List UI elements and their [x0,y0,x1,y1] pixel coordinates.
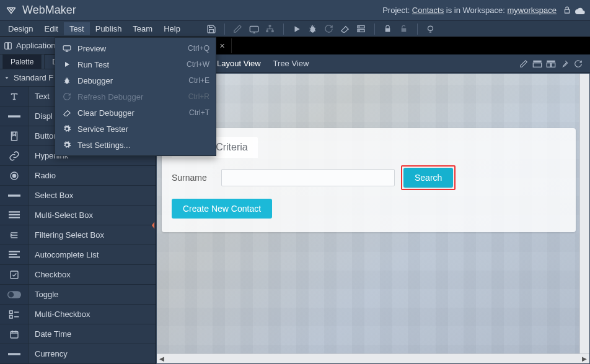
server-icon[interactable] [354,22,368,36]
filter-icon [0,225,29,245]
palette-item-label: Filtering Select Box [29,225,156,245]
menu-team[interactable]: Team [127,22,158,35]
palette-item-multi-select-box[interactable]: Multi-Select Box [0,206,156,225]
palette-item-checkbox[interactable]: Checkbox [0,265,156,285]
toggle-icon [0,285,29,304]
vb-brush-icon[interactable] [558,58,571,70]
menu-item-run-test[interactable]: Run TestCtrl+W [55,56,216,72]
currency-icon [0,344,29,363]
svg-rect-3 [271,30,274,32]
view-tree[interactable]: Tree View [267,59,315,68]
palette-item-label: Radio [29,166,156,185]
menu-item-preview[interactable]: PreviewCtrl+Q [55,40,216,56]
auto-icon [0,245,29,264]
svg-rect-24 [9,311,12,314]
svg-rect-21 [11,271,18,279]
text-icon [0,87,29,106]
eraser-icon[interactable] [338,22,352,36]
link-icon [0,146,29,165]
workspace-prefix: is in Workspace: [444,6,507,15]
sitemap-icon[interactable] [263,22,277,36]
test-menu-dropdown: PreviewCtrl+QRun TestCtrl+WDebuggerCtrl+… [55,37,216,156]
palette-item-currency[interactable]: Currency [0,344,156,364]
datetime-icon [0,324,29,344]
palette-item-label: Multi-Checkbox [29,305,156,324]
close-icon[interactable]: ✕ [219,42,225,50]
view-layout[interactable]: Layout View [211,59,267,68]
palette-category-label: Standard F [14,73,53,82]
outline-tab-label: Application [16,41,56,50]
workspace-link[interactable]: myworkspace [508,6,557,15]
unlock-icon[interactable] [563,6,571,15]
unlock2-icon[interactable] [397,22,411,36]
svg-rect-27 [8,353,20,355]
svg-rect-2 [266,30,269,32]
vb-edit-icon[interactable] [517,58,531,70]
vertical-scrollbar[interactable] [579,74,589,353]
create-contact-button[interactable]: Create New Contact [172,199,272,219]
vb-layout2-icon[interactable] [544,58,558,70]
menu-item-label: Clear Debugger [77,108,189,118]
palette-item-label: Currency [29,344,156,363]
horizontal-scrollbar[interactable]: ◄ ► [157,353,589,363]
menu-design[interactable]: Design [2,22,38,35]
menu-publish[interactable]: Publish [90,22,128,35]
menu-item-shortcut: Ctrl+Q [188,44,209,53]
menu-test[interactable]: Test [64,22,90,35]
palette-item-select-box[interactable]: Select Box [0,186,156,206]
menu-item-label: Test Settings... [77,141,209,150]
svg-rect-29 [533,63,541,67]
palette-item-label: Autocomplete List [29,245,156,264]
svg-rect-1 [269,25,271,27]
collapse-handle[interactable] [150,213,156,238]
vb-layout1-icon[interactable] [531,58,544,70]
play-icon [61,59,73,70]
svg-rect-32 [552,63,555,67]
svg-rect-30 [547,60,555,62]
menu-item-label: Service Tester [77,124,209,134]
menu-item-service-tester[interactable]: Service Tester [55,121,216,137]
play-icon[interactable] [290,22,304,36]
menu-item-clear-debugger[interactable]: Clear DebuggerCtrl+T [55,105,216,121]
vb-refresh-icon[interactable] [571,58,585,70]
palette-item-date-time[interactable]: Date Time [0,324,156,344]
search-button[interactable]: Search [403,168,453,188]
palette-item-label: Toggle [29,285,156,304]
palette-tab[interactable]: Palette [2,54,42,69]
svg-rect-11 [8,115,20,117]
palette-item-toggle[interactable]: Toggle [0,285,156,305]
svg-rect-20 [9,256,20,258]
palette-item-radio[interactable]: Radio [0,166,156,186]
palette-item-label: Checkbox [29,265,156,284]
svg-rect-25 [9,315,12,318]
multicheck-icon [0,305,29,324]
menu-item-test-settings-[interactable]: Test Settings... [55,137,216,153]
preview-icon[interactable] [247,22,261,36]
lock-icon[interactable] [381,22,395,36]
menu-item-label: Debugger [77,76,188,85]
svg-rect-31 [547,63,550,67]
menu-item-shortcut: Ctrl+E [188,76,209,85]
bug-icon[interactable] [306,22,320,36]
palette-item-autocomplete-list[interactable]: Autocomplete List [0,245,156,265]
scroll-left-icon[interactable]: ◄ [157,354,167,364]
cloud-icon[interactable] [575,7,585,14]
gear-icon [61,139,73,150]
palette-item-multi-checkbox[interactable]: Multi-Checkbox [0,305,156,324]
project-info: Project: Contacts is in Workspace: mywor… [382,6,557,15]
edit-icon[interactable] [231,22,245,36]
eraser-icon [61,107,73,118]
palette-item-filtering-select-box[interactable]: Filtering Select Box [0,225,156,245]
bulb-icon[interactable] [424,22,438,36]
refresh-icon [61,91,73,102]
menu-item-label: Run Test [77,60,187,69]
surname-input[interactable] [221,169,395,186]
refresh-icon[interactable] [322,22,336,36]
save-icon[interactable] [205,22,218,36]
menu-item-debugger[interactable]: DebuggerCtrl+E [55,72,216,89]
menu-edit[interactable]: Edit [38,22,63,35]
menu-help[interactable]: Help [158,22,186,35]
scroll-right-icon[interactable]: ► [579,354,589,364]
menu-item-shortcut: Ctrl+R [188,92,209,101]
project-link[interactable]: Contacts [412,6,444,15]
